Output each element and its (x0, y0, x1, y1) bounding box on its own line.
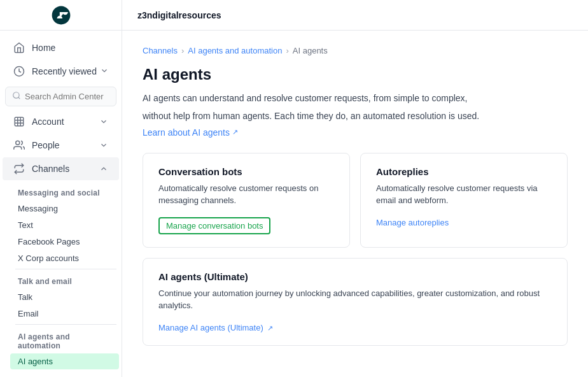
ultimate-title: AI agents (Ultimate) (158, 271, 552, 282)
search-box[interactable] (5, 87, 116, 106)
svg-line-2 (18, 97, 20, 99)
sidebar-item-channels-label: Channels (32, 164, 99, 174)
svg-point-4 (16, 141, 20, 145)
sidebar-sub-text[interactable]: Text (10, 217, 119, 233)
learn-link-text: Learn about AI agents (143, 127, 230, 138)
conv-bots-description: Automatically resolve customer requests … (158, 182, 334, 207)
sidebar-sub-email[interactable]: Email (10, 306, 119, 322)
sidebar-item-channels[interactable]: Channels (3, 157, 119, 180)
autoreplies-title: Autoreplies (376, 166, 552, 177)
sidebar-sub-talk[interactable]: Talk (10, 289, 119, 305)
sidebar: Home Recently viewed Account (0, 0, 122, 377)
conv-bots-title: Conversation bots (158, 166, 334, 177)
messaging-social-title: Messaging and social (10, 183, 122, 200)
clock-icon (13, 65, 25, 78)
manage-conv-bots-link[interactable]: Manage conversation bots (158, 217, 270, 234)
breadcrumb-channels[interactable]: Channels (143, 46, 178, 55)
svg-rect-3 (15, 117, 24, 126)
page-description-1: AI agents can understand and resolve cus… (143, 91, 568, 105)
talk-email-title: Talk and email (10, 272, 122, 288)
channels-sub-section: Messaging and social Messaging Text Face… (0, 181, 122, 373)
search-input[interactable] (25, 92, 109, 101)
ultimate-card: AI agents (Ultimate) Continue your autom… (143, 258, 568, 346)
breadcrumb-ai-agents-automation[interactable]: AI agents and automation (188, 46, 282, 55)
learn-link[interactable]: Learn about AI agents ↗ (143, 127, 238, 138)
sidebar-item-account-label: Account (32, 117, 99, 127)
sidebar-item-people-label: People (32, 140, 99, 150)
org-name: z3ndigitalresources (137, 10, 221, 20)
external-link-icon: ↗ (232, 128, 238, 136)
svg-point-1 (13, 92, 19, 98)
chevron-down-icon (100, 66, 109, 77)
manage-ultimate-text: Manage AI agents (Ultimate) (158, 323, 263, 332)
sidebar-sub-facebook[interactable]: Facebook Pages (10, 234, 119, 250)
breadcrumb-sep-1: › (181, 46, 184, 55)
breadcrumb-current: AI agents (293, 46, 328, 55)
conv-bots-card: Conversation bots Automatically resolve … (143, 153, 350, 248)
sidebar-sub-xcorp[interactable]: X Corp accounts (10, 250, 119, 266)
sidebar-item-people[interactable]: People (3, 134, 119, 157)
sidebar-item-account[interactable]: Account (3, 110, 119, 133)
sidebar-item-home[interactable]: Home (3, 36, 119, 59)
external-ultimate-icon: ↗ (267, 324, 273, 332)
people-icon (13, 139, 25, 152)
ai-agents-title: AI agents and automation (10, 327, 122, 353)
logo-area (0, 0, 122, 31)
building-icon (13, 115, 25, 128)
autoreplies-card: Autoreplies Automatically resolve custom… (360, 153, 568, 248)
divider-1 (15, 269, 116, 269)
channels-icon (13, 162, 25, 175)
manage-autoreplies-link[interactable]: Manage autoreplies (376, 218, 449, 227)
chevron-down-people-icon (99, 140, 109, 150)
ultimate-description: Continue your automation journey by unlo… (158, 287, 552, 312)
main-content: z3ndigitalresources Channels › AI agents… (122, 0, 588, 377)
zendesk-logo-icon (50, 4, 73, 27)
breadcrumb-sep-2: › (286, 46, 288, 55)
autoreplies-description: Automatically resolve customer requests … (376, 182, 552, 207)
sidebar-sub-messaging[interactable]: Messaging (10, 201, 119, 217)
chevron-right-icon (99, 117, 109, 127)
page-title: AI agents (143, 66, 568, 83)
sidebar-item-home-label: Home (32, 43, 109, 53)
manage-ultimate-link[interactable]: Manage AI agents (Ultimate) ↗ (158, 323, 273, 332)
content-area: Channels › AI agents and automation › AI… (122, 31, 588, 377)
cards-row: Conversation bots Automatically resolve … (143, 153, 568, 248)
top-bar: z3ndigitalresources (122, 0, 588, 31)
home-icon (13, 41, 25, 54)
breadcrumb: Channels › AI agents and automation › AI… (143, 46, 568, 55)
search-icon (12, 91, 21, 102)
page-description-2: without help from human agents. Each tim… (143, 109, 568, 123)
sidebar-item-recently-viewed-label: Recently viewed (32, 66, 100, 76)
divider-2 (15, 324, 116, 325)
chevron-up-icon (99, 164, 109, 174)
sidebar-item-recently-viewed[interactable]: Recently viewed (3, 60, 119, 83)
sidebar-nav: Home Recently viewed Account (0, 31, 122, 377)
sidebar-sub-ai-agents[interactable]: AI agents (10, 353, 119, 369)
